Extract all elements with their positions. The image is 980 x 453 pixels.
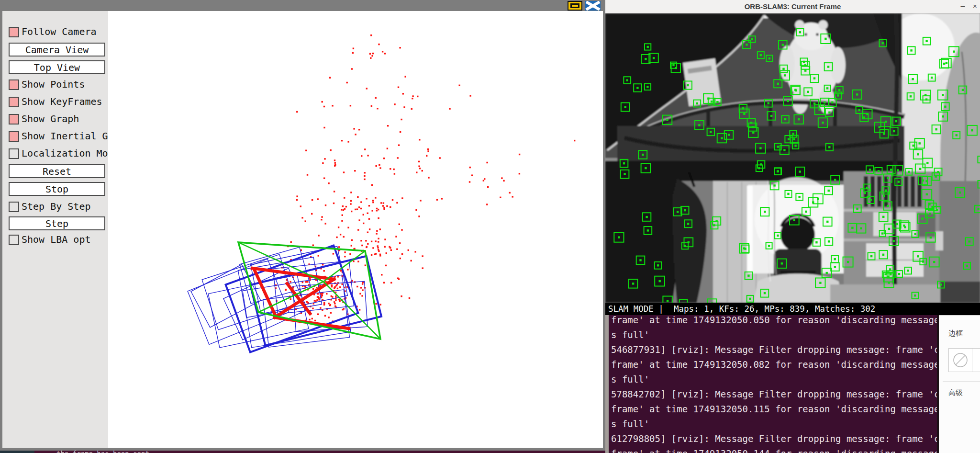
checkbox-show-inertial-graph[interactable] [9, 131, 19, 142]
background-terminal-icon-block [0, 451, 34, 453]
orbslam-frame-window: ORB-SLAM3: Current Frame – × SLAM MODE |… [605, 0, 980, 453]
desktop: Follow CameraCamera ViewTop ViewShow Poi… [0, 0, 980, 453]
slam-status-text: SLAM MODE | Maps: 1, KFs: 26, MPs: 839, … [605, 303, 980, 315]
terminal-line: s full' [611, 328, 937, 342]
terminal-line: s full' [611, 372, 937, 387]
minimize-icon[interactable]: – [957, 0, 969, 13]
checkbox-show-lba-opt[interactable] [9, 235, 19, 245]
no-border-icon [953, 352, 968, 368]
border-style-button-group [948, 348, 980, 372]
checkbox-label-localization-mode: Localization Mode [22, 148, 120, 159]
terminal-scrollbar[interactable] [605, 315, 609, 453]
pangolin-titlebar[interactable] [0, 0, 605, 11]
terminal-line: 612798805] [rviz]: Message Filter droppi… [611, 431, 937, 446]
button-step[interactable]: Step [9, 216, 105, 230]
pangolin-window: Follow CameraCamera ViewTop ViewShow Poi… [0, 0, 605, 451]
maximize-icon[interactable] [568, 1, 582, 11]
close-icon[interactable]: × [970, 0, 980, 13]
button-stop[interactable]: Stop [9, 182, 105, 196]
checkbox-localization-mode[interactable] [9, 148, 19, 159]
terminal-line: s full' [611, 417, 937, 431]
rviz-terminal[interactable]: frame' at time 1749132050.050 for reason… [605, 315, 937, 453]
orb-feature-boxes [605, 13, 980, 303]
slam-map-canvas [108, 11, 603, 448]
checkbox-label-step-by-step: Step By Step [22, 201, 91, 212]
button-top-view[interactable]: Top View [9, 60, 105, 74]
slam-status-bar: SLAM MODE | Maps: 1, KFs: 26, MPs: 839, … [605, 303, 980, 315]
background-terminal-strip: the frame has been sent [0, 451, 605, 453]
camera-frame-view [605, 13, 980, 303]
checkbox-label-show-points: Show Points [22, 79, 85, 90]
checkbox-step-by-step[interactable] [9, 202, 19, 212]
pangolin-control-panel: Follow CameraCamera ViewTop ViewShow Poi… [2, 11, 108, 448]
checkbox-label-show-lba-opt: Show LBA opt [22, 234, 91, 245]
close-icon[interactable] [585, 1, 601, 11]
terminal-line: frame' at time 1749132050.115 for reason… [611, 402, 937, 417]
advanced-section-label: 高级 [948, 388, 963, 397]
button-reset[interactable]: Reset [9, 164, 105, 178]
terminal-line: 546877931] [rviz]: Message Filter droppi… [611, 342, 937, 357]
checkbox-show-points[interactable] [9, 79, 19, 90]
button-camera-view[interactable]: Camera View [9, 43, 105, 57]
button-group-divider [972, 349, 972, 372]
checkbox-label-show-keyframes: Show KeyFrames [22, 96, 102, 107]
terminal-line: frame' at time 1749132050.082 for reason… [611, 357, 937, 372]
terminal-line: frame' at time 1749132050.050 for reason… [611, 315, 937, 328]
border-section-label: 边框 [948, 329, 963, 338]
terminal-output: frame' at time 1749132050.050 for reason… [611, 315, 937, 453]
checkbox-label-follow-camera: Follow Camera [22, 26, 97, 37]
screenshot-tool-panel: 边框 高级 [939, 315, 980, 453]
keyframe-quads [188, 245, 381, 352]
terminal-line: frame' at time 1749132050.144 for reason… [611, 446, 937, 453]
no-border-button[interactable] [953, 352, 968, 368]
terminal-line: 578842702] [rviz]: Message Filter droppi… [611, 387, 937, 402]
maximize-icon-inner [570, 3, 579, 8]
orbslam-titlebar[interactable]: ORB-SLAM3: Current Frame – × [605, 0, 980, 13]
close-x-glyph [585, 1, 601, 11]
checkbox-label-show-graph: Show Graph [22, 113, 79, 124]
checkbox-show-graph[interactable] [9, 114, 19, 125]
section-divider [943, 381, 980, 382]
orbslam-window-title: ORB-SLAM3: Current Frame [605, 0, 980, 13]
background-terminal-text: the frame has been sent [56, 451, 149, 453]
checkbox-follow-camera[interactable] [9, 27, 19, 37]
checkbox-show-keyframes[interactable] [9, 97, 19, 107]
map-3d-viewport[interactable] [108, 11, 603, 448]
